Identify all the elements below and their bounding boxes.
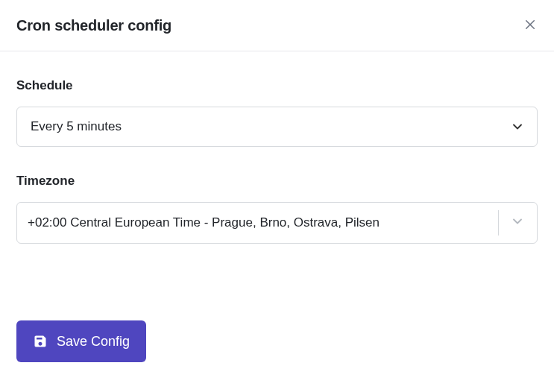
save-button-label: Save Config <box>57 334 130 350</box>
dialog-body: Schedule Every 5 minutes Timezone +02:00… <box>0 51 554 298</box>
timezone-selected-value: +02:00 Central European Time - Prague, B… <box>17 203 498 243</box>
chevron-down-icon <box>510 119 525 134</box>
save-config-button[interactable]: Save Config <box>16 320 146 362</box>
schedule-select[interactable]: Every 5 minutes <box>16 107 538 147</box>
timezone-select[interactable]: +02:00 Central European Time - Prague, B… <box>16 202 538 244</box>
close-button[interactable] <box>521 16 539 34</box>
schedule-selected-value: Every 5 minutes <box>31 119 122 134</box>
timezone-label: Timezone <box>16 174 538 189</box>
schedule-label: Schedule <box>16 78 538 93</box>
timezone-dropdown-toggle[interactable] <box>498 203 537 243</box>
schedule-field-group: Schedule Every 5 minutes <box>16 78 538 147</box>
dialog-header: Cron scheduler config <box>0 0 554 51</box>
close-icon <box>523 18 537 34</box>
dialog-title: Cron scheduler config <box>16 17 171 34</box>
chevron-down-icon <box>510 214 525 232</box>
save-icon <box>33 334 48 349</box>
cron-config-dialog: Cron scheduler config Schedule Every 5 m… <box>0 0 554 392</box>
dialog-footer: Save Config <box>0 320 554 392</box>
timezone-field-group: Timezone +02:00 Central European Time - … <box>16 174 538 244</box>
